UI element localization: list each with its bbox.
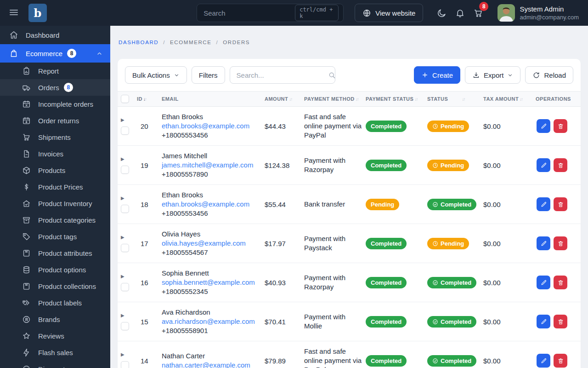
filters-button[interactable]: Filters <box>192 66 225 84</box>
customer-email-link[interactable]: james.mitchell@example.com <box>162 161 261 170</box>
delete-order-button[interactable] <box>554 197 567 211</box>
product-collections-icon <box>22 282 31 291</box>
customer-email-link[interactable]: ava.richardson@example.com <box>162 317 261 326</box>
sidebar-item-ecommerce[interactable]: Ecommerce8 <box>0 44 110 63</box>
customer-email-link[interactable]: sophia.bennett@example.com <box>162 278 261 287</box>
column-header-id[interactable]: ID↓↑ <box>137 96 162 102</box>
edit-order-button[interactable] <box>537 158 550 172</box>
sidebar-item-flash-sales[interactable]: Flash sales <box>0 344 110 361</box>
menu-toggle-button[interactable] <box>7 6 20 19</box>
expand-row-icon[interactable]: ▶ <box>121 118 124 122</box>
edit-order-button[interactable] <box>537 236 550 250</box>
edit-order-button[interactable] <box>537 315 550 328</box>
tax-amount: $0.00 <box>483 122 536 130</box>
sidebar-item-dashboard[interactable]: Dashboard <box>0 26 110 44</box>
delete-order-button[interactable] <box>554 276 567 289</box>
delete-order-button[interactable] <box>554 119 567 133</box>
expand-row-icon[interactable]: ▶ <box>121 313 124 318</box>
sidebar-item-product-attributes[interactable]: Product attributes <box>0 245 110 261</box>
row-checkbox[interactable] <box>121 322 129 330</box>
sidebar-item-orders[interactable]: Orders8 <box>0 79 110 96</box>
column-header-status[interactable]: STATUS↓↑ <box>427 96 483 102</box>
delete-order-button[interactable] <box>554 354 567 368</box>
customer-email-link[interactable]: ethan.brooks@example.com <box>162 200 261 209</box>
sidebar-item-label: Products <box>38 167 65 174</box>
sort-icons: ↓↑ <box>289 97 292 102</box>
sidebar-item-report[interactable]: Report <box>0 63 110 79</box>
column-header-payment-status[interactable]: PAYMENT STATUS↓↑ <box>366 96 427 102</box>
column-header-amount[interactable]: AMOUNT↓↑ <box>265 96 304 102</box>
status-badge: Pending <box>427 160 469 171</box>
sidebar-item-label: Reviews <box>38 332 64 340</box>
sidebar-item-product-prices[interactable]: Product Prices <box>0 178 110 195</box>
column-header-payment-method[interactable]: PAYMENT METHOD↓↑ <box>304 96 366 102</box>
row-checkbox[interactable] <box>121 244 129 252</box>
sidebar-item-product-categories[interactable]: Product categories <box>0 212 110 228</box>
sidebar-item-products[interactable]: Products <box>0 162 110 178</box>
sidebar-item-product-inventory[interactable]: Product Inventory <box>0 195 110 212</box>
sidebar-item-order-returns[interactable]: Order returns <box>0 112 110 129</box>
discounts-icon <box>22 365 31 368</box>
breadcrumb-item-dashboard[interactable]: DASHBOARD <box>119 40 158 45</box>
sidebar-item-invoices[interactable]: Invoices <box>0 145 110 162</box>
sort-icons: ↓↑ <box>414 97 417 102</box>
customer-email-link[interactable]: nathan.carter@example.com <box>162 361 261 368</box>
row-checkbox[interactable] <box>121 361 129 368</box>
order-id: 17 <box>137 240 162 247</box>
cart-button[interactable]: 8 <box>469 4 487 22</box>
delete-order-button[interactable] <box>554 315 567 328</box>
user-menu[interactable]: System Admin admin@company.com <box>498 4 579 22</box>
app-logo[interactable]: b <box>28 4 47 22</box>
global-search[interactable]: ctrl/cmd + k <box>197 4 344 22</box>
edit-order-button[interactable] <box>537 119 550 133</box>
table-row: ▶20Ethan Brooksethan.brooks@example.com+… <box>118 107 581 146</box>
sidebar-item-product-collections[interactable]: Product collections <box>0 278 110 294</box>
expand-row-icon[interactable]: ▶ <box>121 196 124 201</box>
table-search[interactable] <box>230 66 335 84</box>
sidebar-item-product-options[interactable]: Product options <box>0 261 110 278</box>
bulk-actions-label: Bulk Actions <box>132 71 170 79</box>
edit-order-button[interactable] <box>537 354 550 368</box>
notifications-button[interactable] <box>451 4 469 22</box>
delete-order-button[interactable] <box>554 236 567 250</box>
row-checkbox[interactable] <box>121 166 129 174</box>
sidebar-item-incomplete-orders[interactable]: Incomplete orders <box>0 96 110 112</box>
edit-order-button[interactable] <box>537 276 550 289</box>
expand-row-icon[interactable]: ▶ <box>121 235 124 240</box>
column-header-tax-amount[interactable]: TAX AMOUNT↓↑ <box>483 96 536 102</box>
sidebar-item-brands[interactable]: Brands <box>0 311 110 328</box>
sidebar-item-discounts[interactable]: Discounts <box>0 361 110 368</box>
ecommerce-icon <box>9 49 18 58</box>
order-amount: $124.38 <box>265 161 304 169</box>
order-amount: $44.43 <box>265 122 304 130</box>
expand-row-icon[interactable]: ▶ <box>121 352 124 357</box>
edit-order-button[interactable] <box>537 197 550 211</box>
table-search-input[interactable] <box>237 71 328 79</box>
sidebar-item-label: Orders <box>38 84 59 92</box>
logo-letter: b <box>34 6 42 20</box>
sidebar-item-shipments[interactable]: Shipments <box>0 129 110 145</box>
row-checkbox[interactable] <box>121 126 129 135</box>
sidebar-item-label: Product attributes <box>38 249 92 257</box>
sidebar-item-product-tags[interactable]: Product tags <box>0 228 110 245</box>
expand-row-icon[interactable]: ▶ <box>121 157 124 161</box>
global-search-input[interactable] <box>204 9 295 17</box>
customer-email-link[interactable]: ethan.brooks@example.com <box>162 121 261 131</box>
bulk-actions-dropdown[interactable]: Bulk Actions <box>125 66 187 84</box>
sidebar-item-product-labels[interactable]: Product labels <box>0 294 110 311</box>
sidebar-item-reviews[interactable]: Reviews <box>0 328 110 344</box>
reload-button[interactable]: Reload <box>525 66 573 84</box>
row-checkbox[interactable] <box>121 283 129 291</box>
table-body: ▶20Ethan Brooksethan.brooks@example.com+… <box>118 107 581 368</box>
row-checkbox[interactable] <box>121 205 129 213</box>
expand-row-icon[interactable]: ▶ <box>121 274 124 279</box>
delete-order-button[interactable] <box>554 158 567 172</box>
chevron-up-icon <box>96 50 103 57</box>
customer-email-link[interactable]: olivia.hayes@example.com <box>162 239 261 248</box>
select-all-checkbox[interactable] <box>121 95 129 103</box>
payment-method: Payment with Mollie <box>304 312 366 331</box>
view-website-button[interactable]: View website <box>355 4 423 22</box>
export-dropdown[interactable]: Export <box>465 66 520 84</box>
dark-mode-toggle[interactable] <box>432 4 451 22</box>
create-button[interactable]: Create <box>414 66 460 84</box>
